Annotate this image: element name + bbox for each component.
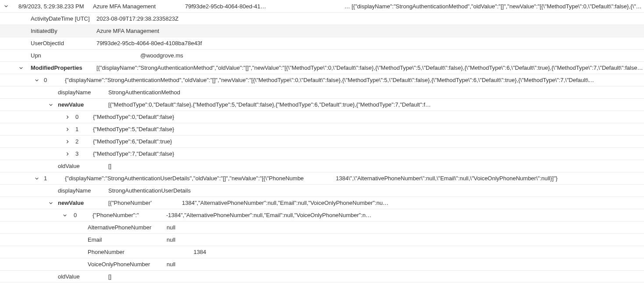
prop-value-b: 1384","AlternativePhoneNumber":null,"Ema… — [182, 200, 644, 206]
item0-displayname: displayName StrongAuthenticationMethod — [0, 86, 644, 98]
chevron-down-icon[interactable] — [47, 103, 54, 107]
prop-value-a: [{"PhoneNumber' — [108, 200, 182, 206]
chevron-down-icon[interactable] — [47, 201, 54, 205]
child-value: {"MethodType":5,"Default":false} — [93, 126, 644, 132]
field-label: ActivityDateTime [UTC] — [31, 15, 96, 22]
chevron-right-icon[interactable] — [64, 115, 71, 119]
prop-value: null — [167, 224, 644, 231]
prop-value: StrongAuthenticationMethod — [108, 89, 644, 96]
field-value: 79f93de2-95cb-4064-80ed-4108ba78e43f — [96, 40, 644, 46]
item-index: 0 — [74, 212, 93, 218]
prop-value: [{"MethodType":0,"Default":false},{"Meth… — [108, 101, 644, 108]
field-label: UserObjectId — [31, 40, 96, 46]
prop-value: [] — [108, 163, 644, 169]
log-summary-row[interactable]: 8/9/2023, 5:29:38.233 PM Azure MFA Manag… — [0, 0, 644, 12]
item-index: 1 — [44, 175, 65, 182]
item0-newvalue-child[interactable]: 3{"MethodType":7,"Default":false} — [0, 147, 644, 160]
prop-value: [] — [108, 273, 644, 280]
prop-key: oldValue — [58, 273, 108, 280]
modprops-item-1[interactable]: 1 {"displayName":"StrongAuthenticationUs… — [0, 172, 644, 184]
summary-json: [{"displayName":"StrongAuthenticationMet… — [352, 3, 644, 10]
prop-key: displayName — [58, 89, 108, 96]
prop-key: Email — [88, 236, 167, 243]
modprops-item-0[interactable]: 0 {"displayName":"StrongAuthenticationMe… — [0, 74, 644, 86]
item0-newvalue-child[interactable]: 2{"MethodType":6,"Default":true} — [0, 135, 644, 147]
item0-newvalue-child[interactable]: 1{"MethodType":5,"Default":false} — [0, 123, 644, 135]
item-preview: {"displayName":"StrongAuthenticationMeth… — [65, 77, 644, 83]
summary-source: Azure MFA Management — [93, 3, 185, 10]
chevron-down-icon[interactable] — [18, 66, 25, 70]
child-value: {"MethodType":6,"Default":true} — [93, 138, 644, 145]
field-label: ModifiedProperties — [31, 64, 96, 71]
field-value: 2023-08-09T17:29:38.2335823Z — [96, 15, 644, 22]
prop-key: VoiceOnlyPhoneNumber — [88, 261, 167, 268]
prop-key: newValue — [58, 101, 108, 108]
field-modifiedproperties[interactable]: ModifiedProperties [{"displayName":"Stro… — [0, 61, 644, 74]
field-activitydatetime: ActivityDateTime [UTC] 2023-08-09T17:29:… — [0, 12, 644, 25]
prop-key: displayName — [58, 187, 108, 194]
item1-newvalue[interactable]: newValue [{"PhoneNumber' 1384","Alternat… — [0, 197, 644, 209]
sub-preview-a: {"PhoneNumber":" — [93, 212, 166, 218]
field-initiatedby: InitiatedBy Azure MFA Management — [0, 25, 644, 37]
chevron-down-icon[interactable] — [61, 213, 68, 218]
child-index: 3 — [75, 150, 93, 157]
item1-sub0-prop: VoiceOnlyPhoneNumbernull — [0, 258, 644, 270]
field-upn: Upn @woodgrove.ms — [0, 49, 644, 61]
summary-objid: 79f93de2-95cb-4064-80ed-41… — [185, 3, 343, 10]
prop-value: StrongAuthenticationUserDetails — [108, 187, 644, 194]
item0-oldvalue: oldValue [] — [0, 160, 644, 172]
item1-sub0-prop: PhoneNumber 1384 — [0, 246, 644, 258]
sub-preview-b: -1384","AlternativePhoneNumber":null,"Em… — [166, 212, 644, 218]
chevron-down-icon[interactable] — [33, 176, 40, 181]
prop-key: AlternativePhoneNumber — [88, 224, 167, 231]
child-value: {"MethodType":7,"Default":false} — [93, 150, 644, 157]
prop-value: null — [167, 261, 644, 268]
item-preview-a: {"displayName":"StrongAuthenticationUser… — [65, 175, 336, 182]
item1-newvalue-0[interactable]: 0 {"PhoneNumber":" -1384","AlternativePh… — [0, 209, 644, 221]
item1-sub0-prop: AlternativePhoneNumbernull — [0, 221, 644, 233]
child-index: 1 — [75, 126, 93, 132]
item1-displayname: displayName StrongAuthenticationUserDeta… — [0, 184, 644, 197]
prop-key: oldValue — [58, 163, 108, 169]
item-index: 0 — [44, 77, 65, 83]
child-index: 0 — [75, 114, 93, 120]
child-value: {"MethodType":0,"Default":false} — [93, 114, 644, 120]
item-preview-b: 1384\",\"AlternativePhoneNumber\":null,\… — [336, 175, 644, 182]
prop-value: null — [167, 236, 644, 243]
child-index: 2 — [75, 138, 93, 145]
summary-timestamp: 8/9/2023, 5:29:38.233 PM — [18, 3, 93, 10]
chevron-down-icon[interactable] — [33, 78, 40, 82]
item1-sub0-prop: Emailnull — [0, 233, 644, 246]
chevron-down-icon[interactable] — [3, 4, 10, 8]
field-value: Azure MFA Management — [96, 28, 644, 34]
field-label: Upn — [31, 52, 96, 59]
prop-key: newValue — [58, 200, 108, 206]
chevron-right-icon[interactable] — [64, 127, 71, 132]
chevron-right-icon[interactable] — [64, 139, 71, 144]
field-label: InitiatedBy — [31, 28, 96, 34]
prop-key: PhoneNumber — [88, 249, 167, 255]
field-value: @woodgrove.ms — [140, 52, 644, 59]
item0-newvalue[interactable]: newValue [{"MethodType":0,"Default":fals… — [0, 98, 644, 111]
field-value: [{"displayName":"StrongAuthenticationMet… — [96, 64, 644, 71]
item1-oldvalue: oldValue [] — [0, 270, 644, 282]
prop-value: 1384 — [167, 249, 644, 255]
field-userobjectid: UserObjectId 79f93de2-95cb-4064-80ed-410… — [0, 37, 644, 49]
chevron-right-icon[interactable] — [64, 152, 71, 156]
summary-ellipsis: … — [343, 3, 352, 10]
item0-newvalue-child[interactable]: 0{"MethodType":0,"Default":false} — [0, 111, 644, 123]
